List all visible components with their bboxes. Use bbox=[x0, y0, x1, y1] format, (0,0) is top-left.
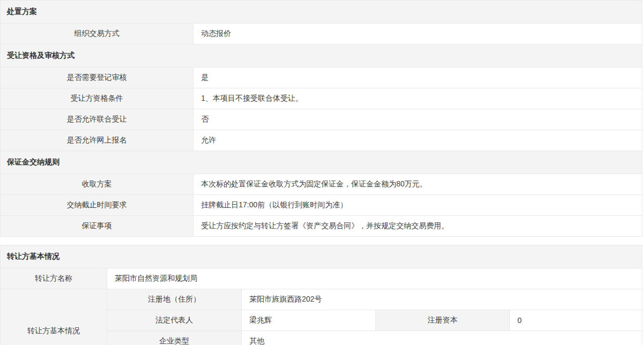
table-row: 是否允许联合受让 否 bbox=[1, 109, 642, 130]
field-label-guarantee-items: 保证事项 bbox=[1, 216, 194, 237]
field-value-joint-transfer: 否 bbox=[194, 109, 642, 130]
section-row-disposal-plan: 处置方案 bbox=[1, 1, 642, 24]
field-label-payment-deadline: 交纳截止时间要求 bbox=[1, 195, 194, 216]
field-label-legal-representative: 法定代表人 bbox=[107, 310, 242, 331]
listing-detail-page: 处置方案 组织交易方式 动态报价 受让资格及审核方式 是否需要登记审核 是 受让… bbox=[0, 0, 644, 345]
table-row: 交纳截止时间要求 挂牌截止日17:00前（以银行到账时间为准） bbox=[1, 195, 642, 216]
field-label-online-signup: 是否允许网上报名 bbox=[1, 130, 194, 151]
field-label-trade-method: 组织交易方式 bbox=[1, 24, 194, 44]
field-value-guarantee-items: 受让方应按约定与转让方签署《资产交易合同》，并按规定交纳交易费用。 bbox=[194, 216, 642, 237]
table-row: 转让方名称 莱阳市自然资源和规划局 bbox=[1, 268, 642, 289]
field-value-transferor-name: 莱阳市自然资源和规划局 bbox=[107, 268, 642, 289]
section-row-deposit-rules: 保证金交纳规则 bbox=[1, 151, 642, 174]
section-row-transferor-info: 转让方基本情况 bbox=[1, 245, 642, 268]
table-row: 是否允许网上报名 允许 bbox=[1, 130, 642, 151]
table-separator bbox=[0, 237, 644, 245]
field-label-qualification-condition: 受让方资格条件 bbox=[1, 88, 194, 109]
field-label-joint-transfer: 是否允许联合受让 bbox=[1, 109, 194, 130]
table-row: 组织交易方式 动态报价 bbox=[1, 24, 642, 44]
field-value-company-type: 其他 bbox=[242, 331, 642, 345]
disposal-info-table: 处置方案 组织交易方式 动态报价 受让资格及审核方式 是否需要登记审核 是 受让… bbox=[0, 0, 642, 237]
field-label-collection-plan: 收取方案 bbox=[1, 174, 194, 195]
field-label-registered-address: 注册地（住所） bbox=[107, 289, 242, 310]
field-value-trade-method: 动态报价 bbox=[194, 24, 642, 44]
transferor-info-table: 转让方基本情况 转让方名称 莱阳市自然资源和规划局 转让方基本情况 注册地（住所… bbox=[0, 245, 642, 345]
field-value-payment-deadline: 挂牌截止日17:00前（以银行到账时间为准） bbox=[194, 195, 642, 216]
section-header-transferee-qualification: 受让资格及审核方式 bbox=[1, 44, 642, 68]
table-row: 是否需要登记审核 是 bbox=[1, 68, 642, 88]
table-row: 收取方案 本次标的处置保证金收取方式为固定保证金，保证金金额为80万元。 bbox=[1, 174, 642, 195]
field-value-registered-address: 莱阳市旌旗西路202号 bbox=[242, 289, 642, 310]
field-label-company-type: 企业类型 bbox=[107, 331, 242, 345]
field-value-registration-review: 是 bbox=[194, 68, 642, 88]
field-label-registration-review: 是否需要登记审核 bbox=[1, 68, 194, 88]
table-row: 受让方资格条件 1、本项目不接受联合体受让。 bbox=[1, 88, 642, 109]
section-header-transferor-info: 转让方基本情况 bbox=[1, 245, 642, 268]
field-value-legal-representative: 梁兆辉 bbox=[242, 310, 376, 331]
table-row: 保证事项 受让方应按约定与转让方签署《资产交易合同》，并按规定交纳交易费用。 bbox=[1, 216, 642, 237]
section-header-deposit-rules: 保证金交纳规则 bbox=[1, 151, 642, 174]
field-value-registered-capital: 0 bbox=[510, 310, 642, 331]
field-value-qualification-condition: 1、本项目不接受联合体受让。 bbox=[194, 88, 642, 109]
section-header-disposal-plan: 处置方案 bbox=[1, 1, 642, 24]
field-value-collection-plan: 本次标的处置保证金收取方式为固定保证金，保证金金额为80万元。 bbox=[194, 174, 642, 195]
field-value-online-signup: 允许 bbox=[194, 130, 642, 151]
field-label-transferor-name: 转让方名称 bbox=[1, 268, 107, 289]
field-label-registered-capital: 注册资本 bbox=[376, 310, 510, 331]
table-row: 转让方基本情况 注册地（住所） 莱阳市旌旗西路202号 bbox=[1, 289, 642, 310]
section-row-transferee-qualification: 受让资格及审核方式 bbox=[1, 44, 642, 68]
group-cell-transferor-basic-info: 转让方基本情况 bbox=[1, 289, 107, 345]
